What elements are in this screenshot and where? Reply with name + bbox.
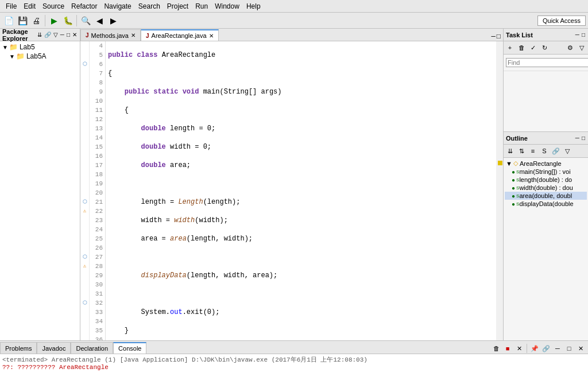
toolbar-debug-btn[interactable]: 🐛 [61, 14, 74, 27]
toolbar-print-btn[interactable]: 🖨 [30, 14, 42, 27]
java-icon-arearectangle: J [146, 33, 149, 39]
package-explorer-header: Package Explorer ⇊ 🔗 ▽ ─ □ ✕ [0, 29, 80, 41]
menu-search[interactable]: Search [135, 1, 164, 11]
outline-toolbar: ⇊ ⇅ ≡ S 🔗 ▽ [504, 145, 588, 158]
tree-label-lab5a: Lab5A [26, 52, 47, 60]
outline-hide-fields-btn[interactable]: ≡ [528, 146, 538, 156]
task-mark-done-btn[interactable]: ✓ [528, 42, 538, 53]
console-maximize-btn[interactable]: □ [564, 343, 574, 354]
outline-method-icon-width: ● [512, 185, 515, 191]
task-delete-btn[interactable]: 🗑 [516, 42, 527, 53]
editor-maximize-icon[interactable]: □ [497, 33, 501, 41]
tree-item-lab5a[interactable]: ▼ 📁 Lab5A [1, 52, 79, 61]
outline-displaydata-label: displayData(double [519, 200, 573, 207]
task-new-btn[interactable]: + [505, 42, 515, 53]
bottom-tab-icons: 🗑 ■ ✕ 📌 🔗 ─ □ ✕ [491, 343, 588, 354]
task-refresh-btn[interactable]: ↻ [539, 42, 550, 53]
outline-area-label: area(double, doubl [519, 192, 572, 199]
package-explorer-header-icons: ⇊ 🔗 ▽ ─ □ ✕ [37, 31, 78, 38]
tab-methods-close[interactable]: ✕ [131, 32, 136, 38]
maximize-icon[interactable]: □ [66, 31, 71, 38]
right-panel: Task List ─ □ + 🗑 ✓ ↻ ⚙ ▽ 🔍 ▼ All Activ.… [503, 29, 588, 340]
minimize-icon[interactable]: ─ [60, 31, 65, 38]
menu-file[interactable]: File [2, 1, 20, 11]
outline-item-width[interactable]: ● S width(double) : dou [505, 184, 587, 192]
tab-methods-java[interactable]: J Methods.java ✕ [80, 29, 141, 41]
editor-area: J Methods.java ✕ J AreaRectangle.java ✕ … [80, 29, 503, 340]
outline-link-btn[interactable]: 🔗 [551, 146, 561, 156]
task-search-row: 🔍 ▼ All Activ... [504, 55, 588, 71]
outline-maximize-icon[interactable]: □ [581, 134, 586, 142]
menu-window[interactable]: Window [211, 1, 243, 11]
quick-access-btn[interactable]: Quick Access [537, 15, 586, 26]
outline-class-label: AreaRectangle [520, 160, 562, 167]
package-explorer-panel: Package Explorer ⇊ 🔗 ▽ ─ □ ✕ ▼ 📁 Lab5 ▼ … [0, 29, 80, 340]
outline-item-main[interactable]: ● S main(String[]) : voi [505, 168, 587, 176]
tree-arrow-lab5: ▼ [2, 44, 8, 51]
toolbar-search-btn[interactable]: 🔍 [79, 14, 92, 27]
editor-scrollbar[interactable] [496, 41, 503, 340]
menu-edit[interactable]: Edit [20, 1, 39, 11]
toolbar-forward-btn[interactable]: ▶ [107, 14, 119, 27]
outline-collapse-btn[interactable]: ⇊ [505, 146, 515, 156]
console-link-btn[interactable]: 🔗 [541, 343, 551, 354]
menu-run[interactable]: Run [192, 1, 211, 11]
menu-refactor[interactable]: Refactor [68, 1, 100, 11]
collapse-all-icon[interactable]: ⇊ [37, 31, 42, 38]
outline-view-menu-btn[interactable]: ▽ [562, 146, 572, 156]
toolbar-sep-1 [45, 15, 45, 26]
tab-problems[interactable]: Problems [0, 342, 37, 354]
outline-item-length[interactable]: ● S length(double) : do [505, 176, 587, 184]
tree-item-lab5[interactable]: ▼ 📁 Lab5 [1, 42, 79, 52]
bottom-panel: Problems Javadoc Declaration Console 🗑 ■… [0, 340, 588, 388]
toolbar-run-btn[interactable]: ▶ [48, 14, 60, 27]
outline-minimize-icon[interactable]: ─ [575, 134, 580, 142]
outline-arrow-icon: ▼ [506, 160, 512, 167]
outline-sort-btn[interactable]: ⇅ [516, 146, 527, 156]
tab-console[interactable]: Console [113, 342, 146, 354]
console-close-btn[interactable]: ✕ [575, 343, 586, 354]
console-clear-btn[interactable]: 🗑 [491, 343, 501, 354]
console-terminate-btn[interactable]: ✕ [514, 343, 524, 354]
java-icon-methods: J [86, 32, 89, 38]
task-list-panel: Task List ─ □ + 🗑 ✓ ↻ ⚙ ▽ 🔍 ▼ All Activ.… [504, 29, 588, 132]
outline-item-area[interactable]: ● S area(double, doubl [505, 192, 587, 200]
task-list-title: Task List [506, 32, 533, 38]
menu-source[interactable]: Source [39, 1, 68, 11]
code-editor[interactable]: ⬡ ⬡ ⚠ [80, 41, 503, 340]
code-content-area[interactable]: public class AreaRectangle { public stat… [106, 41, 496, 340]
outline-hide-static-btn[interactable]: S [539, 146, 550, 156]
bottom-tabs: Problems Javadoc Declaration Console 🗑 ■… [0, 341, 588, 354]
tab-javadoc[interactable]: Javadoc [37, 342, 71, 354]
menu-navigate[interactable]: Navigate [100, 1, 134, 11]
task-filter-btn[interactable]: ⚙ [565, 42, 575, 53]
tab-arearectangle-java[interactable]: J AreaRectangle.java ✕ [141, 29, 219, 41]
tab-arearectangle-close[interactable]: ✕ [209, 33, 214, 39]
outline-header: Outline ─ □ [504, 132, 588, 145]
console-stop-btn[interactable]: ■ [502, 343, 513, 354]
outline-method-icon-area: ● [512, 193, 515, 199]
outline-item-displaydata[interactable]: ● S displayData(double [505, 200, 587, 208]
console-minimize-btn[interactable]: ─ [552, 343, 563, 354]
view-menu-icon[interactable]: ▽ [53, 31, 59, 38]
toolbar-save-btn[interactable]: 💾 [16, 14, 29, 27]
menu-help[interactable]: Help [243, 1, 264, 11]
menu-project[interactable]: Project [164, 1, 192, 11]
toolbar-back-btn[interactable]: ◀ [93, 14, 106, 27]
outline-method-icon-displaydata: ● [512, 201, 515, 207]
editor-minimize-icon[interactable]: ─ [492, 33, 496, 41]
link-editor-icon[interactable]: 🔗 [44, 31, 52, 38]
outline-method-icon-length: ● [512, 177, 515, 183]
task-maximize-icon[interactable]: □ [581, 31, 586, 38]
close-icon[interactable]: ✕ [72, 31, 78, 38]
task-minimize-icon[interactable]: ─ [575, 31, 580, 38]
outline-title: Outline [506, 135, 528, 142]
tab-declaration[interactable]: Declaration [71, 342, 113, 354]
task-search-input[interactable] [506, 58, 588, 67]
console-pins-btn[interactable]: 📌 [529, 343, 540, 354]
task-settings-btn[interactable]: ▽ [577, 42, 587, 53]
tree-arrow-lab5a: ▼ [9, 53, 15, 60]
toolbar-new-btn[interactable]: 📄 [2, 14, 15, 27]
outline-item-arearectangle[interactable]: ▼ ◇ AreaRectangle [505, 159, 587, 168]
console-sep [527, 344, 527, 353]
